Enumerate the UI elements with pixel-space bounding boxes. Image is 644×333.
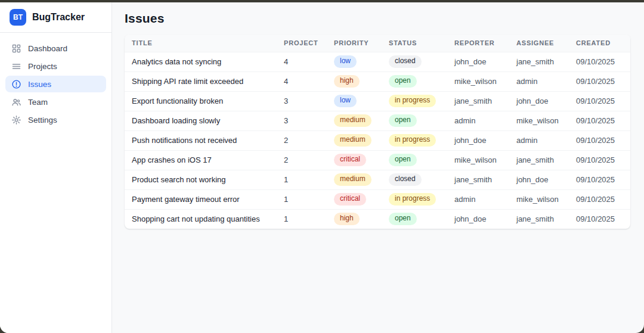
- sidebar-item-label: Issues: [28, 80, 51, 89]
- reporter-name: jane_smith: [454, 91, 516, 111]
- table-row[interactable]: Analytics data not syncing 4 low closed …: [125, 52, 630, 71]
- table-header-row: TitleProjectPriorityStatusReporterAssign…: [125, 35, 630, 52]
- issues-table-card: TitleProjectPriorityStatusReporterAssign…: [125, 35, 630, 229]
- issue-title: Payment gateway timeout error: [125, 189, 284, 209]
- reporter-name: jane_smith: [454, 170, 516, 189]
- issue-title: Dashboard loading slowly: [125, 111, 284, 130]
- created-date: 09/10/2025: [576, 52, 630, 71]
- column-header-assignee: Assignee: [516, 35, 576, 52]
- priority-badge: medium: [334, 114, 371, 127]
- assignee-name: admin: [516, 71, 576, 91]
- priority-badge: medium: [334, 173, 371, 186]
- project-number: 3: [284, 111, 334, 130]
- issue-title: Push notifications not received: [125, 130, 284, 150]
- priority-badge: critical: [334, 193, 366, 206]
- page-title: Issues: [125, 11, 630, 26]
- brand: BT BugTracker: [0, 2, 112, 33]
- priority-badge: low: [334, 55, 357, 68]
- column-header-reporter: Reporter: [454, 35, 516, 52]
- project-number: 2: [284, 130, 334, 150]
- issue-title: Product search not working: [125, 170, 284, 189]
- column-header-priority: Priority: [334, 35, 389, 52]
- reporter-name: admin: [454, 111, 516, 130]
- column-header-title: Title: [125, 35, 284, 52]
- column-header-project: Project: [284, 35, 334, 52]
- table-row[interactable]: Shipping API rate limit exceeded 4 high …: [125, 71, 630, 91]
- reporter-name: john_doe: [454, 209, 516, 229]
- table-row[interactable]: Product search not working 1 medium clos…: [125, 170, 630, 189]
- priority-badge: low: [334, 95, 357, 107]
- status-badge: in progress: [389, 95, 436, 107]
- issue-title: App crashes on iOS 17: [125, 150, 284, 170]
- project-number: 4: [284, 52, 334, 71]
- issues-alert-circle-icon: [11, 79, 21, 89]
- sidebar-item-team[interactable]: Team: [5, 94, 106, 110]
- table-row[interactable]: Push notifications not received 2 medium…: [125, 130, 630, 150]
- dashboard-grid-icon: [11, 43, 21, 54]
- issue-title: Export functionality broken: [125, 91, 284, 111]
- sidebar-item-label: Projects: [28, 62, 57, 71]
- status-badge: open: [389, 75, 417, 88]
- created-date: 09/10/2025: [576, 91, 630, 111]
- issue-title: Shopping cart not updating quantities: [125, 209, 284, 229]
- created-date: 09/10/2025: [576, 130, 630, 150]
- table-row[interactable]: App crashes on iOS 17 2 critical open mi…: [125, 150, 630, 170]
- assignee-name: john_doe: [516, 91, 576, 111]
- app-title: BugTracker: [32, 12, 85, 23]
- project-number: 4: [284, 71, 334, 91]
- reporter-name: mike_wilson: [454, 71, 516, 91]
- logo-icon: BT: [10, 9, 26, 26]
- reporter-name: mike_wilson: [454, 150, 516, 170]
- column-header-status: Status: [389, 35, 454, 52]
- team-users-icon: [11, 97, 21, 107]
- status-badge: closed: [389, 55, 422, 68]
- assignee-name: jane_smith: [516, 52, 576, 71]
- status-badge: open: [389, 114, 417, 127]
- reporter-name: john_doe: [454, 52, 516, 71]
- sidebar-item-settings[interactable]: Settings: [5, 111, 106, 128]
- status-badge: in progress: [389, 193, 436, 206]
- priority-badge: critical: [334, 154, 366, 166]
- table-row[interactable]: Export functionality broken 3 low in pro…: [125, 91, 630, 111]
- created-date: 09/10/2025: [576, 209, 630, 229]
- sidebar-item-dashboard[interactable]: Dashboard: [5, 40, 106, 57]
- table-row[interactable]: Payment gateway timeout error 1 critical…: [125, 189, 630, 209]
- created-date: 09/10/2025: [576, 71, 630, 91]
- reporter-name: john_doe: [454, 130, 516, 150]
- priority-badge: high: [334, 213, 360, 225]
- sidebar-item-issues[interactable]: Issues: [5, 76, 106, 92]
- status-badge: closed: [389, 173, 422, 186]
- created-date: 09/10/2025: [576, 170, 630, 189]
- sidebar-nav: Dashboard Projects Issues Team Settings: [0, 33, 112, 136]
- assignee-name: john_doe: [516, 170, 576, 189]
- assignee-name: mike_wilson: [516, 189, 576, 209]
- assignee-name: mike_wilson: [516, 111, 576, 130]
- assignee-name: jane_smith: [516, 150, 576, 170]
- status-badge: in progress: [389, 134, 436, 147]
- priority-badge: medium: [334, 134, 371, 147]
- table-row[interactable]: Shopping cart not updating quantities 1 …: [125, 209, 630, 229]
- settings-gear-icon: [11, 115, 21, 125]
- sidebar-item-label: Settings: [28, 116, 57, 125]
- sidebar-item-label: Team: [28, 98, 48, 107]
- table-row[interactable]: Dashboard loading slowly 3 medium open a…: [125, 111, 630, 130]
- issue-title: Shipping API rate limit exceeded: [125, 71, 284, 91]
- project-number: 1: [284, 209, 334, 229]
- issues-table: TitleProjectPriorityStatusReporterAssign…: [125, 35, 630, 229]
- status-badge: open: [389, 213, 417, 225]
- created-date: 09/10/2025: [576, 189, 630, 209]
- reporter-name: admin: [454, 189, 516, 209]
- issue-title: Analytics data not syncing: [125, 52, 284, 71]
- project-number: 2: [284, 150, 334, 170]
- project-number: 1: [284, 189, 334, 209]
- assignee-name: jane_smith: [516, 209, 576, 229]
- created-date: 09/10/2025: [576, 150, 630, 170]
- sidebar: BT BugTracker Dashboard Projects Issues …: [0, 2, 112, 333]
- sidebar-item-projects[interactable]: Projects: [5, 58, 106, 74]
- sidebar-item-label: Dashboard: [28, 44, 67, 53]
- app-window: BT BugTracker Dashboard Projects Issues …: [0, 2, 644, 333]
- status-badge: open: [389, 154, 417, 166]
- priority-badge: high: [334, 75, 360, 88]
- main-content: Issues TitleProjectPriorityStatusReporte…: [112, 2, 644, 333]
- project-number: 3: [284, 91, 334, 111]
